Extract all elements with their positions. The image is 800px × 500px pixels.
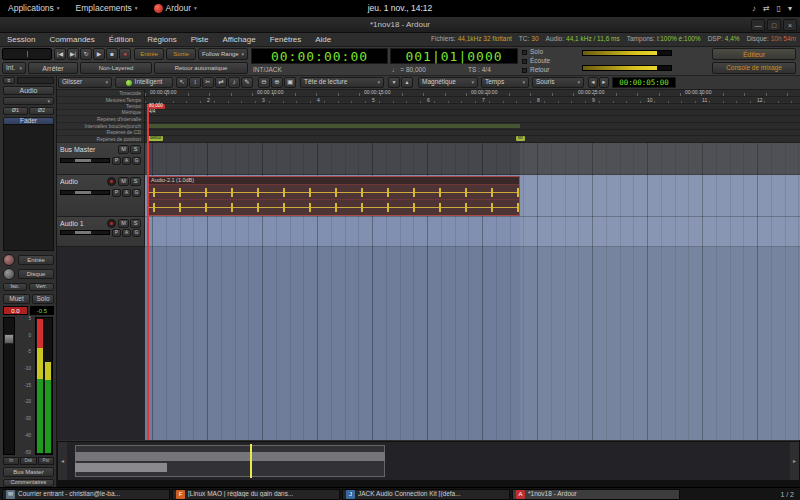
monitor-retour[interactable]: Retour <box>522 66 578 75</box>
grab-tool[interactable]: ↖ <box>176 77 188 88</box>
punch-out-button[interactable]: Sortie <box>166 48 196 60</box>
monitor-écoute[interactable]: Écoute <box>522 57 578 66</box>
applications-menu[interactable]: Applications▾ <box>0 0 68 17</box>
mute-button[interactable]: M <box>118 177 129 186</box>
play-button[interactable]: ▶ <box>93 48 105 60</box>
editor-canvas[interactable]: Audio-2.1 (1.0dB) <box>145 143 800 440</box>
expand-tracks-button[interactable]: ▲ <box>401 77 413 88</box>
group-button[interactable]: G <box>132 157 141 165</box>
automation-button[interactable]: A <box>122 157 131 165</box>
places-menu[interactable]: Emplacements▾ <box>68 0 146 17</box>
auto-return-button[interactable]: Retour automatique <box>154 62 248 74</box>
menu-session[interactable]: Session <box>0 33 42 46</box>
stretch-tool[interactable]: ⇄ <box>215 77 227 88</box>
input-Ø2[interactable]: Ø2 <box>29 107 54 115</box>
track-name-label[interactable]: Audio <box>60 178 78 185</box>
clock-source-label[interactable]: INT/JACK <box>251 66 388 75</box>
timeline-rulers[interactable]: 00:00:05:0000:00:10:0000:00:15:0000:00:2… <box>145 90 800 143</box>
track-header-bus-master[interactable]: Bus Master M S P A G <box>57 143 145 175</box>
playlist-button[interactable]: P <box>112 157 121 165</box>
input-monitor-button[interactable]: Entrée <box>18 255 54 265</box>
audition-tool[interactable]: ♪ <box>228 77 240 88</box>
disk-monitor-button[interactable]: Disque <box>18 269 54 279</box>
grab-mode-combo[interactable]: Glisser <box>58 77 112 88</box>
solo-button[interactable]: S <box>130 219 141 228</box>
automation-button[interactable]: A <box>122 229 131 237</box>
record-enable-button[interactable] <box>107 219 116 228</box>
smart-mode-toggle[interactable]: Intelligent <box>115 77 173 88</box>
track-gain-slider[interactable] <box>60 158 110 163</box>
record-enable-button[interactable] <box>107 177 116 186</box>
peak-display[interactable]: -0.5 <box>30 306 54 315</box>
end-marker[interactable]: fin <box>516 136 525 141</box>
ruler-label-timecode[interactable]: Timecode <box>57 90 144 97</box>
window-titlebar[interactable]: *1nov18 - Ardour <box>0 17 800 33</box>
bars-beats-ruler[interactable]: 23456789101112 <box>145 97 800 104</box>
minimize-button[interactable]: — <box>751 19 765 31</box>
gain-fader[interactable] <box>3 317 15 455</box>
input-Ø1[interactable]: Ø1 <box>3 107 28 115</box>
task-mail-window[interactable]: ✉Courrier entrant - christian@le-ba... <box>2 489 170 500</box>
menu-aide[interactable]: Aide <box>308 33 338 46</box>
meter-point-dsk[interactable]: Dsk <box>20 457 36 465</box>
range-markers-ruler[interactable] <box>145 116 800 123</box>
range-tool[interactable]: ↕ <box>189 77 201 88</box>
grid-unit-combo[interactable]: Temps <box>481 77 529 88</box>
ruler-label-location-markers[interactable]: Repères de position <box>57 136 144 143</box>
gain-fader-handle[interactable] <box>4 334 14 344</box>
playlist-combo[interactable] <box>3 97 54 105</box>
nudge-forward-button[interactable]: ▸ <box>599 77 609 88</box>
zoom-fit-button[interactable]: ▣ <box>284 77 296 88</box>
workspace-indicator[interactable]: 1 / 2 <box>780 491 794 498</box>
network-icon[interactable]: ⇄ <box>763 5 770 13</box>
timecode-ruler[interactable]: 00:00:05:0000:00:10:0000:00:15:0000:00:2… <box>145 90 800 97</box>
track-name-label[interactable]: Bus Master <box>60 146 95 153</box>
battery-icon[interactable]: ▯ <box>777 5 781 13</box>
summary-scroll-right-button[interactable]: ▸ <box>790 442 799 480</box>
menu-fenêtres[interactable]: Fenêtres <box>263 33 309 46</box>
meter-point-pst[interactable]: Pst <box>38 457 54 465</box>
menu-commandes[interactable]: Commandes <box>42 33 101 46</box>
output-routing-button[interactable]: Bus Master <box>3 467 54 477</box>
audio-region[interactable]: Audio-2.1 (1.0dB) <box>148 176 520 216</box>
shrink-tracks-button[interactable]: ▼ <box>388 77 400 88</box>
ardour-app-menu[interactable]: Ardour▾ <box>146 0 205 17</box>
show-editor-button[interactable]: Éditeur <box>712 48 796 60</box>
solo-button[interactable]: S <box>130 177 141 186</box>
zoom-in-button[interactable]: ⊕ <box>271 77 283 88</box>
playlist-button[interactable]: P <box>112 229 121 237</box>
track-header-audio[interactable]: Audio M S P A G <box>57 175 145 217</box>
track-header-audio-1[interactable]: Audio 1 M S P A G <box>57 217 145 247</box>
shuttle-speed-control[interactable] <box>2 48 52 60</box>
track-gain-slider[interactable] <box>60 230 110 235</box>
strip-track-name-button[interactable]: Audio <box>3 86 54 95</box>
volume-icon[interactable]: ♪ <box>752 5 756 13</box>
nudge-clock[interactable]: 00:00:05:00 <box>612 77 676 88</box>
strip-menu-button[interactable]: ≡ <box>3 77 15 84</box>
mute-button[interactable]: M <box>118 219 129 228</box>
gain-display[interactable]: 0.0 <box>3 306 28 315</box>
task-jack-window[interactable]: JJACK Audio Connection Kit [(defa... <box>342 489 510 500</box>
task-ardour-window[interactable]: A*1nov18 - Ardour <box>512 489 680 500</box>
menu-régions[interactable]: Régions <box>140 33 183 46</box>
start-marker[interactable]: début <box>148 136 163 141</box>
pan-knob[interactable] <box>3 268 15 280</box>
record-button[interactable]: ● <box>119 48 131 60</box>
snap-mode-combo[interactable]: Magnétique <box>418 77 478 88</box>
system-tray[interactable]: ♪⇄▯▾ <box>752 5 800 13</box>
playlist-button[interactable]: P <box>112 189 121 197</box>
track-name-label[interactable]: Audio 1 <box>60 220 84 227</box>
tempo-marker[interactable]: 80,000 <box>147 104 165 109</box>
close-button[interactable]: × <box>783 19 797 31</box>
summary-scroll-left-button[interactable]: ◂ <box>58 442 67 480</box>
goto-end-button[interactable]: ▶| <box>67 48 79 60</box>
trim-knob[interactable] <box>3 254 15 266</box>
group-button[interactable]: G <box>132 229 141 237</box>
secondary-clock[interactable]: 001|01|0000 <box>390 48 518 64</box>
summary-view-rectangle[interactable] <box>75 445 385 477</box>
menu-édition[interactable]: Édition <box>102 33 140 46</box>
record-mode-button[interactable]: Non-Layered <box>80 62 152 74</box>
group-button[interactable]: G <box>132 189 141 197</box>
follow-range-combo[interactable]: Follow Range <box>198 48 248 60</box>
show-mixer-button[interactable]: Console de mixage <box>712 62 796 74</box>
